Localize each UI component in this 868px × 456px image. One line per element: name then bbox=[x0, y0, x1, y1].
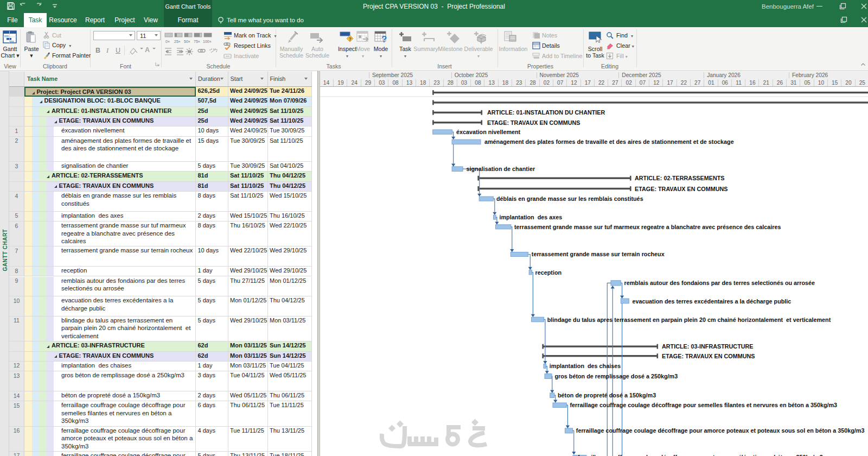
svg-text:terrassement grande masse sur: terrassement grande masse sur terrain ro… bbox=[532, 251, 665, 257]
svg-text:implantation des chaises: implantation des chaises bbox=[550, 363, 621, 369]
svg-text:25×: 25× bbox=[174, 40, 181, 43]
svg-text:?: ? bbox=[349, 36, 352, 42]
svg-text:ferraillage couffrage coulage: ferraillage couffrage coulage décoffrage… bbox=[578, 454, 823, 456]
svg-text:remblais autour des fondaions: remblais autour des fondaions par des te… bbox=[624, 280, 815, 286]
svg-text:evacuation des terres excédent: evacuation des terres excédentaires a la… bbox=[633, 297, 792, 304]
svg-text:ETAGE: TRAVAUX EN COMMUNS: ETAGE: TRAVAUX EN COMMUNS bbox=[487, 119, 580, 125]
svg-text:75×: 75× bbox=[194, 40, 200, 43]
svg-text:aménagement des plates formes: aménagement des plates formes de travail… bbox=[484, 138, 734, 145]
svg-text:reception: reception bbox=[535, 269, 562, 275]
svg-text:0×: 0× bbox=[165, 40, 170, 43]
svg-text:ferraillage couffrage coulage: ferraillage couffrage coulage décoffrage… bbox=[570, 402, 838, 408]
svg-text:100×: 100× bbox=[203, 40, 212, 43]
svg-text:?: ? bbox=[381, 34, 387, 45]
svg-text:implantation des axes: implantation des axes bbox=[500, 214, 563, 220]
svg-text:signalisation de chantier: signalisation de chantier bbox=[467, 166, 535, 172]
svg-text:terrassement grande masse sur: terrassement grande masse sur tuf marmeu… bbox=[514, 223, 781, 230]
svg-text:déblais en grande masse sur le: déblais en grande masse sur les remblais… bbox=[496, 195, 643, 202]
svg-text:gros béton de remplissage dosé: gros béton de remplissage dosé a 250kg/m… bbox=[554, 373, 678, 379]
svg-text:50×: 50× bbox=[184, 40, 190, 43]
svg-text:ETAGE: TRAVAUX EN COMMUNS: ETAGE: TRAVAUX EN COMMUNS bbox=[635, 185, 728, 192]
svg-text:ARTICLE: 02-TERRASSEMENTS: ARTICLE: 02-TERRASSEMENTS bbox=[635, 175, 725, 181]
svg-text:éxcavation nivellement: éxcavation nivellement bbox=[456, 129, 521, 135]
svg-text:ARTICLE: 03-INFRASTRUCTURE: ARTICLE: 03-INFRASTRUCTURE bbox=[662, 343, 754, 350]
svg-text:blindage du talus apres terras: blindage du talus apres terrassement en … bbox=[547, 316, 831, 322]
svg-text:béton de propreté dosé a 150kg: béton de propreté dosé a 150kg/m3 bbox=[558, 392, 656, 398]
svg-text:ETAGE: TRAVAUX EN COMMUNS: ETAGE: TRAVAUX EN COMMUNS bbox=[662, 352, 755, 359]
svg-text:ferraillage couffrage coulage: ferraillage couffrage coulage décoffrage… bbox=[576, 427, 865, 434]
svg-text:ARTICLE: 01-INSTALATION DU CHA: ARTICLE: 01-INSTALATION DU CHANTIER bbox=[487, 109, 605, 116]
